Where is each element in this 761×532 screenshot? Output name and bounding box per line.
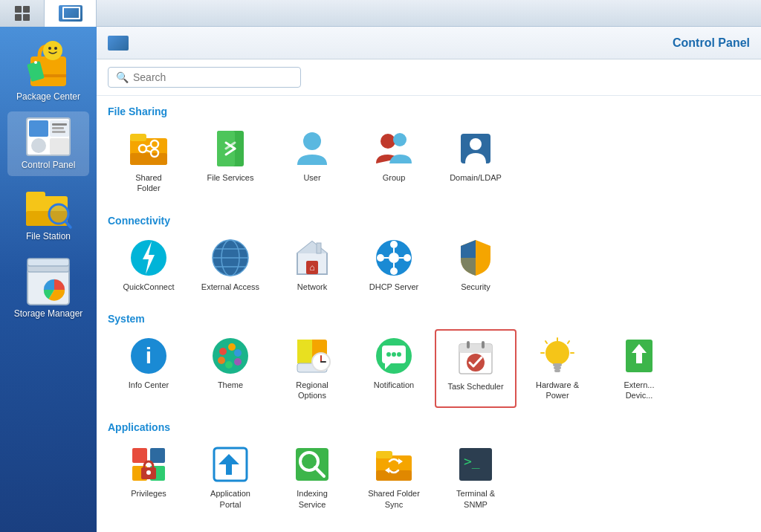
connectivity-grid: QuickConnect External A xyxy=(108,231,750,299)
grid-button[interactable] xyxy=(0,0,45,27)
grid-item-shared-folder-sync[interactable]: Shared FolderSync xyxy=(353,438,435,517)
grid-item-regional-options[interactable]: RegionalOptions xyxy=(271,329,353,409)
grid-icon xyxy=(15,6,30,21)
grid-item-network-label: Network xyxy=(297,282,327,292)
grid-item-theme[interactable]: Theme xyxy=(190,329,271,409)
grid-item-group[interactable]: Group xyxy=(353,122,435,201)
sidebar-item-control-panel[interactable]: Control Panel xyxy=(7,111,89,176)
svg-text:>_: >_ xyxy=(464,453,480,469)
grid-item-network[interactable]: ⌂ Network xyxy=(271,231,353,299)
system-grid: i Info Center xyxy=(108,329,750,409)
grid-item-application-portal[interactable]: ApplicationPortal xyxy=(190,438,271,517)
grid-item-file-services-label: File Services xyxy=(207,172,254,183)
sidebar-item-package-center-label: Package Center xyxy=(16,91,80,102)
grid-item-dhcp-server[interactable]: DHCP Server xyxy=(353,231,435,299)
svg-point-67 xyxy=(213,338,248,374)
svg-line-95 xyxy=(568,341,569,343)
grid-item-shared-folder[interactable]: SharedFolder xyxy=(108,122,190,201)
grid-item-notification[interactable]: Notification xyxy=(353,329,435,409)
svg-point-60 xyxy=(404,254,411,262)
section-title-file-sharing: File Sharing xyxy=(108,100,750,122)
search-input[interactable] xyxy=(133,71,293,83)
terminal-snmp-icon: >_ xyxy=(456,445,495,484)
grid-item-terminal-snmp-label: Terminal &SNMP xyxy=(456,488,495,510)
svg-text:⌂: ⌂ xyxy=(309,262,314,273)
grid-item-privileges[interactable]: Privileges xyxy=(108,438,190,517)
grid-item-indexing-service-label: IndexingService xyxy=(297,488,328,510)
task-scheduler-icon xyxy=(456,338,495,377)
file-services-icon xyxy=(211,129,250,168)
hardware-power-icon xyxy=(538,337,577,375)
grid-item-user-label: User xyxy=(303,172,320,183)
dhcp-server-icon xyxy=(375,239,413,277)
svg-rect-10 xyxy=(52,123,67,126)
sidebar-item-storage-manager[interactable]: Storage Manager xyxy=(7,251,89,325)
grid-item-info-center[interactable]: i Info Center xyxy=(108,329,190,409)
shared-folder-icon xyxy=(129,129,168,168)
svg-rect-12 xyxy=(52,131,65,133)
grid-item-notification-label: Notification xyxy=(374,380,414,390)
grid-item-file-services[interactable]: File Services xyxy=(190,122,271,201)
user-icon xyxy=(293,129,331,168)
svg-point-57 xyxy=(390,241,398,248)
grid-item-quickconnect[interactable]: QuickConnect xyxy=(108,231,190,299)
svg-rect-11 xyxy=(52,127,64,129)
quickconnect-icon xyxy=(129,239,168,277)
svg-point-37 xyxy=(303,132,321,150)
grid-item-hardware-power-label: Hardware &Power xyxy=(536,380,579,401)
svg-rect-22 xyxy=(27,259,69,266)
svg-rect-16 xyxy=(26,192,45,199)
grid-item-indexing-service[interactable]: IndexingService xyxy=(271,438,353,517)
grid-item-domain-ldap[interactable]: Domain/LDAP xyxy=(435,122,516,201)
sidebar: Package Center Control Panel xyxy=(0,27,97,532)
storage-manager-icon xyxy=(25,257,72,305)
svg-marker-51 xyxy=(297,241,327,253)
svg-point-106 xyxy=(146,470,151,475)
section-connectivity: Connectivity QuickConnect xyxy=(108,209,750,299)
svg-rect-8 xyxy=(29,120,48,137)
grid-item-terminal-snmp[interactable]: >_ Terminal &SNMP xyxy=(435,438,516,517)
control-panel-icon xyxy=(26,117,71,156)
info-center-icon: i xyxy=(129,337,168,375)
section-applications: Applications xyxy=(108,415,750,517)
grid-item-security-label: Security xyxy=(461,282,490,292)
network-icon: ⌂ xyxy=(293,239,331,277)
sidebar-item-storage-manager-label: Storage Manager xyxy=(14,308,83,319)
top-bar xyxy=(0,0,761,27)
grid-item-task-scheduler-label: Task Scheduler xyxy=(447,381,503,392)
control-panel-tab[interactable] xyxy=(45,0,97,27)
svg-point-2 xyxy=(43,41,62,60)
grid-item-hardware-power[interactable]: Hardware &Power xyxy=(516,329,598,409)
svg-text:i: i xyxy=(146,343,152,368)
svg-point-84 xyxy=(397,352,401,357)
svg-point-58 xyxy=(390,267,398,275)
shared-folder-sync-icon xyxy=(375,445,413,484)
theme-icon xyxy=(211,337,250,375)
panel-header-icon xyxy=(108,36,129,51)
svg-point-38 xyxy=(380,134,395,149)
content-panel: Control Panel 🔍 File Sharing xyxy=(97,27,761,532)
sidebar-item-package-center[interactable]: Package Center xyxy=(7,34,89,108)
grid-item-info-center-label: Info Center xyxy=(129,380,169,390)
grid-item-external-access[interactable]: External Access xyxy=(190,231,271,299)
external-access-icon xyxy=(211,239,250,277)
notification-icon xyxy=(375,337,413,375)
sidebar-item-file-station[interactable]: File Station xyxy=(7,180,89,247)
grid-item-regional-options-label: RegionalOptions xyxy=(296,380,328,401)
grid-item-security[interactable]: Security xyxy=(435,231,516,299)
grid-item-external-devices[interactable]: Extern...Devic... xyxy=(598,329,680,409)
regional-options-icon xyxy=(293,337,331,375)
grid-item-user[interactable]: User xyxy=(271,122,353,201)
svg-rect-53 xyxy=(317,243,321,253)
svg-point-3 xyxy=(48,47,51,50)
grid-item-group-label: Group xyxy=(383,172,406,183)
svg-point-70 xyxy=(234,349,242,357)
svg-rect-92 xyxy=(554,366,561,369)
search-icon: 🔍 xyxy=(116,71,129,83)
svg-point-6 xyxy=(34,61,37,64)
svg-line-97 xyxy=(545,341,547,343)
svg-rect-93 xyxy=(554,369,560,372)
grid-item-task-scheduler[interactable]: Task Scheduler xyxy=(435,329,516,409)
search-input-wrap[interactable]: 🔍 xyxy=(108,67,301,88)
svg-rect-26 xyxy=(130,153,167,165)
